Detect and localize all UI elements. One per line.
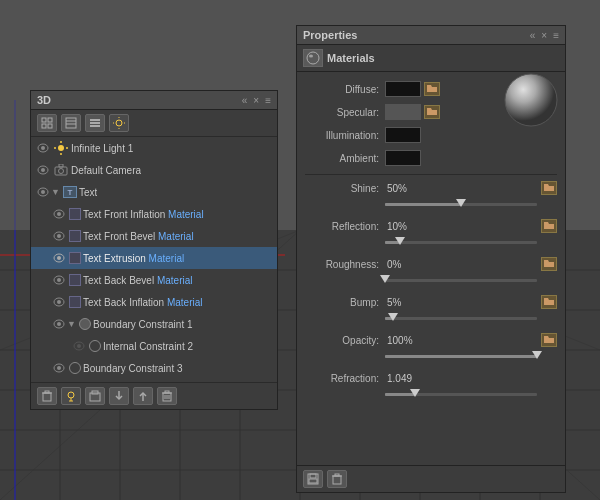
toolbar-layers-icon[interactable] xyxy=(85,114,105,132)
refraction-slider[interactable] xyxy=(305,387,557,401)
eye-icon[interactable] xyxy=(35,162,51,178)
svg-point-34 xyxy=(116,120,122,126)
eye-icon[interactable] xyxy=(51,316,67,332)
layer-item[interactable]: Text Extrusion Material xyxy=(31,247,277,269)
specular-folder-icon[interactable] xyxy=(424,105,440,119)
diffuse-swatch[interactable] xyxy=(385,81,421,97)
svg-point-47 xyxy=(41,168,45,172)
eye-icon[interactable] xyxy=(51,228,67,244)
layer-item[interactable]: Boundary Constraint 3 xyxy=(31,357,277,379)
layer-name: Internal Constraint 2 xyxy=(103,341,193,352)
eye-icon[interactable] xyxy=(51,294,67,310)
shine-folder-icon[interactable] xyxy=(541,181,557,195)
layer-item[interactable]: Text Front Bevel Material xyxy=(31,225,277,247)
toolbar-grid-icon[interactable] xyxy=(37,114,57,132)
eye-icon[interactable] xyxy=(51,360,67,376)
footer-trash-icon[interactable] xyxy=(37,387,57,405)
bump-value: 5% xyxy=(387,297,423,308)
bump-folder-icon[interactable] xyxy=(541,295,557,309)
prop-menu-icon[interactable]: ≡ xyxy=(553,30,559,41)
opacity-row: Opacity: 100% xyxy=(305,331,557,363)
eye-icon[interactable] xyxy=(35,140,51,156)
svg-point-68 xyxy=(57,366,61,370)
materials-tab-label[interactable]: Materials xyxy=(327,52,375,64)
layer-item[interactable]: Internal Constraint 2 xyxy=(31,335,277,357)
footer-arrow-up-icon[interactable] xyxy=(133,387,153,405)
ambient-swatch[interactable] xyxy=(385,150,421,166)
layer-item[interactable]: Text Back Inflation Material xyxy=(31,291,277,313)
bump-slider[interactable] xyxy=(305,311,557,325)
shine-slider[interactable] xyxy=(305,197,557,211)
panel-properties: Properties « × ≡ Materials xyxy=(296,25,566,493)
svg-point-60 xyxy=(57,278,61,282)
specular-label: Specular: xyxy=(305,107,385,118)
diffuse-folder-icon[interactable] xyxy=(424,82,440,96)
svg-point-64 xyxy=(57,322,61,326)
reflection-slider[interactable] xyxy=(305,235,557,249)
layer-item[interactable]: Infinite Light 1 xyxy=(31,137,277,159)
layer-list: Infinite Light 1 Default Camera ▼ T Text xyxy=(31,137,277,382)
opacity-value: 100% xyxy=(387,335,423,346)
ambient-row: Ambient: xyxy=(305,147,557,169)
svg-rect-81 xyxy=(165,391,169,393)
prop-save-icon[interactable] xyxy=(303,470,323,488)
expand-arrow[interactable]: ▼ xyxy=(67,319,75,329)
specular-swatch[interactable] xyxy=(385,104,421,120)
prop-body: Diffuse: Specular: Illumination: Ambient… xyxy=(297,72,565,465)
layer-name: Default Camera xyxy=(71,165,141,176)
prop-delete-icon[interactable] xyxy=(327,470,347,488)
svg-point-50 xyxy=(59,169,64,174)
svg-point-58 xyxy=(57,256,61,260)
panel-3d-collapse-icon[interactable]: « xyxy=(242,95,248,106)
text-icon: T xyxy=(63,186,77,198)
illumination-swatch[interactable] xyxy=(385,127,421,143)
eye-icon[interactable] xyxy=(71,338,87,354)
toolbar-light-icon[interactable] xyxy=(109,114,129,132)
roughness-folder-icon[interactable] xyxy=(541,257,557,271)
footer-delete-icon[interactable] xyxy=(157,387,177,405)
svg-rect-28 xyxy=(66,118,76,128)
layer-item[interactable]: Text Back Bevel Material xyxy=(31,269,277,291)
roughness-slider[interactable] xyxy=(305,273,557,287)
panel-3d-menu-icon[interactable]: ≡ xyxy=(265,95,271,106)
eye-icon[interactable] xyxy=(51,250,67,266)
panel-3d-close-icon[interactable]: × xyxy=(253,95,259,106)
opacity-slider[interactable] xyxy=(305,349,557,363)
prop-footer xyxy=(297,465,565,492)
prop-title: Properties xyxy=(303,29,357,41)
reflection-folder-icon[interactable] xyxy=(541,219,557,233)
opacity-folder-icon[interactable] xyxy=(541,333,557,347)
svg-point-41 xyxy=(58,145,64,151)
layer-item[interactable]: ▼ T Text xyxy=(31,181,277,203)
layer-item[interactable]: Default Camera xyxy=(31,159,277,181)
materials-tab-icon[interactable] xyxy=(303,49,323,67)
material-icon xyxy=(69,208,81,220)
toolbar-table-icon[interactable] xyxy=(61,114,81,132)
footer-arrow-down-icon[interactable] xyxy=(109,387,129,405)
prop-close-icon[interactable]: × xyxy=(541,30,547,41)
svg-rect-71 xyxy=(45,391,49,393)
svg-rect-69 xyxy=(43,393,51,401)
svg-rect-89 xyxy=(310,474,316,478)
svg-rect-32 xyxy=(90,122,100,124)
footer-new-layer-icon[interactable] xyxy=(85,387,105,405)
layer-item[interactable]: Text Front Inflation Material xyxy=(31,203,277,225)
layer-item[interactable]: ▼ Boundary Constraint 1 xyxy=(31,313,277,335)
layer-name: Boundary Constraint 3 xyxy=(83,363,183,374)
footer-light-icon[interactable] xyxy=(61,387,81,405)
eye-icon[interactable] xyxy=(51,272,67,288)
layer-name: Text Back Inflation Material xyxy=(83,297,203,308)
svg-rect-27 xyxy=(48,124,52,128)
expand-arrow[interactable]: ▼ xyxy=(51,187,59,197)
reflection-row: Reflection: 10% xyxy=(305,217,557,249)
eye-icon[interactable] xyxy=(51,206,67,222)
refraction-label: Refraction: xyxy=(305,373,385,384)
shine-row: Shine: 50% xyxy=(305,179,557,211)
svg-rect-24 xyxy=(42,118,46,122)
panel-3d-title: 3D xyxy=(37,94,51,106)
svg-marker-49 xyxy=(59,164,63,167)
eye-icon[interactable] xyxy=(35,184,51,200)
material-icon xyxy=(69,230,81,242)
constraint-inner-icon xyxy=(89,340,101,352)
prop-collapse-icon[interactable]: « xyxy=(530,30,536,41)
